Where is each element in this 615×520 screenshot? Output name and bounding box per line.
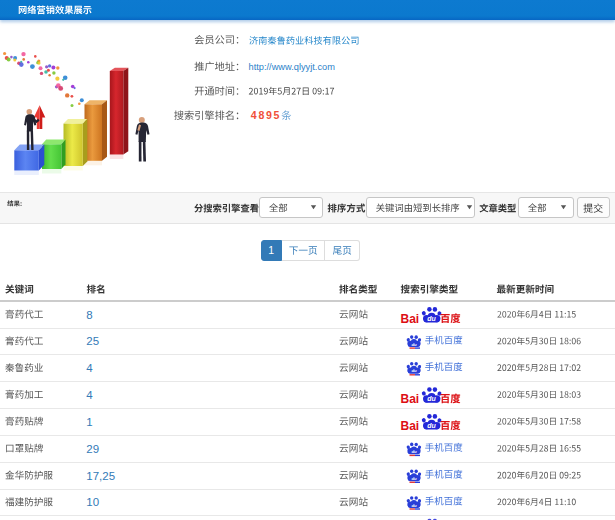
svg-text:du: du [411,449,417,454]
svg-text:1: 1 [86,416,92,428]
svg-text:du: du [411,368,417,373]
svg-text:10: 10 [86,496,99,508]
svg-text:4: 4 [86,389,93,401]
svg-text:4: 4 [86,362,93,374]
svg-text:du: du [411,342,417,347]
svg-text:8: 8 [86,309,92,321]
svg-text:1: 1 [268,244,274,256]
svg-text:Bai: Bai [401,419,420,433]
svg-text:17,25: 17,25 [86,470,115,482]
svg-text:du: du [411,476,417,481]
svg-text:Bai: Bai [401,392,420,406]
svg-text:du: du [427,395,436,402]
svg-text:du: du [427,315,436,322]
svg-text:29: 29 [86,443,99,455]
svg-text:25: 25 [86,335,99,347]
svg-text:du: du [411,503,417,508]
svg-text:du: du [427,422,436,429]
svg-text:http://www.qlyyjt.com: http://www.qlyyjt.com [249,62,336,72]
svg-text:4895: 4895 [251,109,281,121]
svg-text:Bai: Bai [401,312,420,326]
